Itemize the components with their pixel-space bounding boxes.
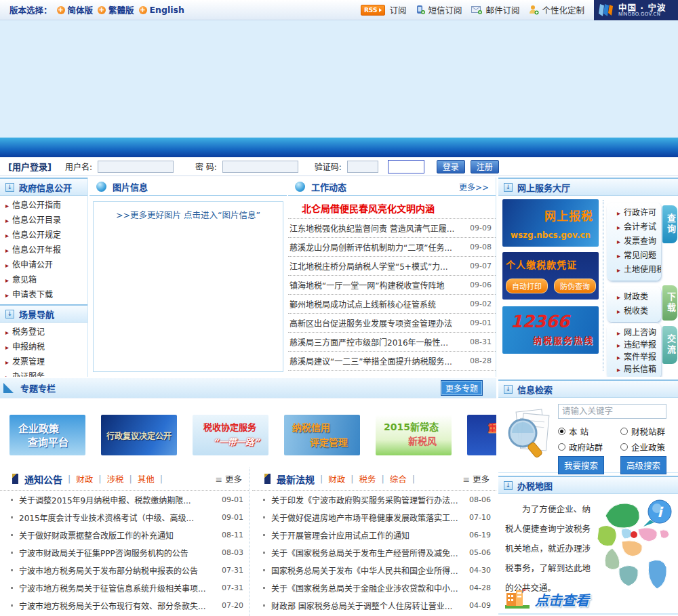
captcha-field[interactable]	[347, 161, 378, 173]
notices-title[interactable]: 通知公告	[24, 472, 62, 486]
topic-banner-new-normal[interactable]: 2015新常态新税风	[376, 415, 452, 455]
news-item[interactable]: 慈溪局三方面严控市级部门2016年一般性... 08-31	[288, 333, 496, 352]
notices-more-link[interactable]: 更多	[216, 472, 242, 485]
regulation-item[interactable]: 关于《国家税务总局关于发布生产经营所得及减免... 05-06	[252, 543, 496, 561]
sidebar-item[interactable]: 申报纳税	[0, 340, 87, 354]
version-english[interactable]: + English	[139, 5, 184, 15]
sidebar-item[interactable]: 申请表下载	[0, 287, 87, 302]
sms-subscribe-link[interactable]: 短信订阅	[416, 3, 462, 16]
news-item[interactable]: 慈溪龙山分局创新评估机制助力“二项”任务... 09-08	[288, 238, 496, 257]
advanced-search-button[interactable]: 高级搜索	[620, 456, 666, 474]
search-body: 本 站 财税站群 政府站群 企业政策 我要搜索 高级搜索	[498, 398, 678, 473]
news-item[interactable]: 江北地税庄桥分局纳税人学堂“5+模式”力... 09-07	[288, 257, 496, 276]
notice-item[interactable]: 宁波市地方税务局关于发布部分纳税申报表的公告 07-31	[0, 561, 249, 579]
online-tax-filing-banner[interactable]: 网上报税 wszg.nbcs.gov.cn	[502, 199, 599, 247]
sidebar-item[interactable]: 信息公开指南	[0, 198, 87, 213]
sidebar-item[interactable]: 信息公开年报	[0, 243, 87, 258]
service-link[interactable]: 土地使用税	[612, 263, 661, 277]
sidebar-item[interactable]: 依申请公开	[0, 258, 87, 272]
radio-enterprise-policy[interactable]: 企业政策	[620, 440, 665, 453]
magnifier-doc-icon	[504, 403, 554, 466]
news-item[interactable]: 镇海地税“一厅一堂一网”构建税收宣传阵地 09-06	[288, 276, 496, 295]
map-view-row[interactable]: 点击查看	[504, 588, 589, 609]
auto-print-button[interactable]: 自动打印	[506, 279, 548, 293]
version-traditional[interactable]: + 繁體版	[98, 3, 134, 16]
service-link[interactable]: 行政许可	[612, 206, 661, 220]
service-link[interactable]: 局长信箱	[612, 363, 661, 375]
notice-item[interactable]: 宁波市地方税务局关于征管信息系统升级相关事项... 07-31	[0, 579, 249, 596]
notice-item[interactable]: 关于调整2015年9月纳税申报、税款缴纳期限... 09-01	[0, 491, 249, 508]
radio-gov-sites[interactable]: 政府站群	[558, 440, 603, 453]
version-simplified[interactable]: + 简体版	[57, 3, 94, 16]
sidebar-item[interactable]: 信息公开目录	[0, 213, 87, 228]
rss-icon[interactable]: RSS	[361, 5, 386, 16]
username-field[interactable]	[98, 161, 174, 173]
radio-tax-sites[interactable]: 财税站群	[620, 425, 665, 438]
regulation-item[interactable]: 国家税务总局关于发布《中华人民共和国企业所得... 04-30	[252, 561, 496, 579]
service-link[interactable]: 财政类	[612, 290, 661, 304]
topic-banner-review-disclosure[interactable]: 行政复议决定公开	[101, 415, 177, 455]
regulations-tab-tax[interactable]: 税务	[359, 472, 376, 485]
regulation-item[interactable]: 关于印发《宁波市政府购买服务采购管理暂行办法... 08-06	[252, 491, 496, 508]
topic-banner-credit-rating[interactable]: 纳税信用评定管理	[284, 415, 360, 455]
captcha-image[interactable]	[388, 160, 424, 173]
notices-tab-other[interactable]: 其他	[138, 472, 155, 485]
sidebar-item[interactable]: 意见箱	[0, 272, 87, 287]
regulations-title[interactable]: 最新法规	[277, 472, 315, 486]
regulations-tab-general[interactable]: 综合	[390, 472, 407, 485]
notices-tab-finance[interactable]: 财政	[76, 472, 93, 485]
service-link[interactable]: 案件举报	[612, 351, 661, 363]
notice-item[interactable]: 2015年度会计专业技术资格考试（中级、高级... 09-01	[0, 508, 249, 526]
tab-download[interactable]: 下载	[662, 285, 677, 321]
notice-item[interactable]: 关于做好财政票据整合改版工作的补充通知 08-11	[0, 526, 249, 543]
top-bar: 版本选择： + 简体版 + 繁體版 + English RSS 订阅 短信订阅	[0, 0, 678, 20]
photo-news-box[interactable]: >>更多更好图片 点击进入“图片信息”	[93, 201, 283, 372]
regulation-item[interactable]: 财政部 国家税务总局关于调整个人住房转让营业... 04-09	[252, 596, 496, 614]
news-item[interactable]: 鄞州地税局成功试点上线新核心征管系统 09-02	[288, 295, 496, 314]
login-button[interactable]: 登录	[437, 160, 465, 173]
work-news-headline[interactable]: 北仑局借便民春风亮化文明内涵	[288, 196, 496, 219]
personalize-link[interactable]: 个性化定制	[529, 3, 584, 16]
notice-item[interactable]: 宁波市地方税务局关于公布现行有效、部分条款失... 07-20	[0, 596, 249, 614]
service-link[interactable]: 常见问题	[612, 249, 661, 263]
register-button[interactable]: 注册	[471, 160, 499, 173]
personal-tax-receipt-banner[interactable]: 个人缴税款凭证 自动打印 防伪查询	[502, 252, 599, 300]
tab-query[interactable]: 查询	[662, 205, 677, 243]
news-item[interactable]: 慈溪局建议“一二三”举措全面提升纳税服务... 08-28	[288, 352, 496, 371]
notice-item[interactable]: 宁波市财政局关于征集PPP咨询服务机构的公告 08-03	[0, 543, 249, 561]
rss-subscribe-link[interactable]: 订阅	[389, 3, 406, 16]
service-link[interactable]: 发票查询	[612, 234, 661, 249]
service-link[interactable]: 税收类	[612, 304, 661, 319]
more-topics-button[interactable]: 更多专题	[441, 380, 483, 396]
service-link[interactable]: 会计考试	[612, 220, 661, 234]
search-button[interactable]: 我要搜索	[558, 456, 604, 474]
news-item[interactable]: 高新区出台促进服务业发展专项资金管理办法 09-01	[288, 314, 496, 333]
topic-banner-major-cases[interactable]: 重大税案件	[467, 415, 496, 455]
password-field[interactable]	[222, 161, 298, 173]
tab-exchange[interactable]: 交流	[662, 326, 677, 364]
sidebar-item[interactable]: 税务登记	[0, 325, 87, 340]
regulation-item[interactable]: 关于做好促进房地产市场平稳健康发展政策落实工... 07-10	[252, 508, 496, 526]
topic-banner-tax-treaty[interactable]: 税收协定服务“一带一路”	[193, 415, 268, 455]
sidebar-item[interactable]: 信息公开规定	[0, 228, 87, 243]
search-input[interactable]	[558, 404, 666, 419]
radio-this-site[interactable]: 本 站	[558, 425, 589, 438]
mail-subscribe-link[interactable]: 邮件订阅	[471, 3, 519, 16]
notices-tab-tax[interactable]: 涉税	[106, 472, 123, 485]
sidebar-item[interactable]: 发票管理	[0, 354, 87, 369]
regulation-item[interactable]: 关于《国家税务总局关于金融企业涉农贷款和中小... 04-28	[252, 579, 496, 596]
service-link[interactable]: 违纪举报	[612, 339, 661, 351]
regulation-item[interactable]: 关于开展管理会计应用试点工作的通知 06-19	[252, 526, 496, 543]
scene-nav-header: ↓ 场景导航	[0, 304, 87, 323]
regulations-more-link[interactable]: 更多	[463, 472, 490, 485]
map-view-button[interactable]: 点击查看	[535, 590, 589, 609]
hotline-12366-banner[interactable]: 12366 纳税服务热线	[502, 306, 599, 354]
anti-fake-query-button[interactable]: 防伪查询	[554, 279, 596, 293]
service-link[interactable]: 网上咨询	[612, 327, 661, 339]
news-item[interactable]: 江东地税强化执纪监督问责 营造风清气正履... 09-09	[288, 219, 496, 238]
regulations-tab-finance[interactable]: 财政	[328, 472, 345, 485]
site-logo[interactable]: 中国 · 宁波 NINGBO.GOV.CN	[594, 0, 678, 20]
sidebar-item[interactable]: 办证服务	[0, 369, 87, 377]
topic-banner-policy-platform[interactable]: 企业政策查询平台	[9, 415, 85, 455]
work-news-more-link[interactable]: 更多>>	[459, 181, 489, 192]
